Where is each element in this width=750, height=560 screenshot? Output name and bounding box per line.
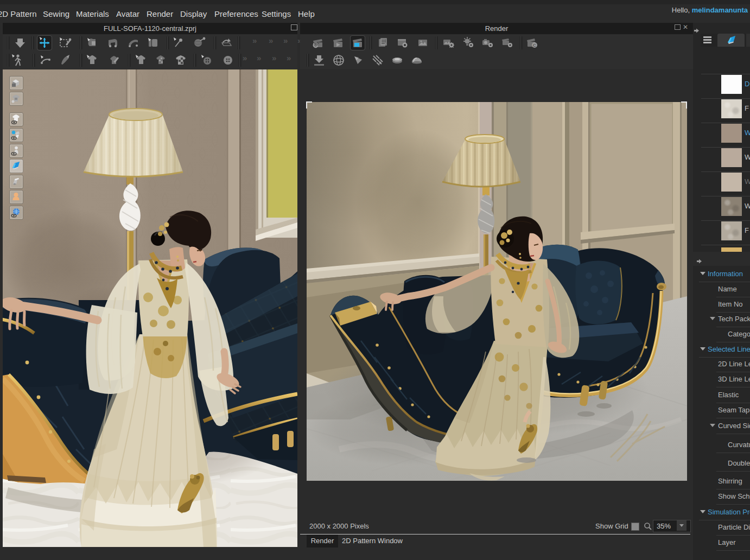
svg-text:C: C (533, 43, 536, 48)
